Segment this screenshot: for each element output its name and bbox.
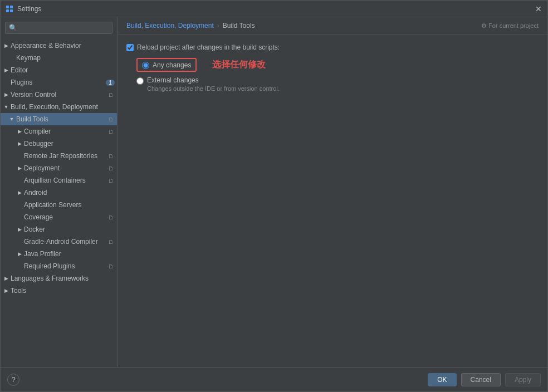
arrow-icon bbox=[3, 42, 9, 49]
page-icon: 🗋 bbox=[107, 152, 115, 160]
plugins-badge: 1 bbox=[106, 80, 115, 86]
settings-content: Reload project after changes in the buil… bbox=[118, 35, 547, 367]
sidebar-item-label: Android bbox=[24, 189, 115, 197]
sidebar-item-coverage[interactable]: Coverage 🗋 bbox=[1, 211, 117, 223]
sidebar-item-label: Arquillian Containers bbox=[24, 177, 105, 184]
content-area: 🔍 Appearance & Behavior Keymap Editor bbox=[1, 17, 547, 367]
main-panel: Build, Execution, Deployment › Build Too… bbox=[118, 17, 547, 367]
close-button[interactable]: ✕ bbox=[534, 4, 543, 13]
arrow-icon bbox=[3, 91, 9, 98]
sidebar-item-docker[interactable]: Docker bbox=[1, 223, 117, 236]
radio-external-sublabel: Changes outside the IDE or from version … bbox=[147, 85, 280, 92]
settings-window: Settings ✕ 🔍 Appearance & Behavior Keyma… bbox=[0, 0, 548, 392]
page-icon: 🗋 bbox=[107, 177, 115, 184]
sidebar-item-label: Debugger bbox=[24, 140, 115, 148]
sidebar-item-label: Appearance & Behavior bbox=[11, 42, 115, 50]
sidebar-item-build-exec[interactable]: Build, Execution, Deployment bbox=[1, 101, 117, 113]
sidebar-item-compiler[interactable]: Compiler 🗋 bbox=[1, 125, 117, 138]
sidebar-item-label: Gradle-Android Compiler bbox=[24, 238, 105, 246]
search-icon: 🔍 bbox=[9, 24, 17, 32]
sidebar-item-tools[interactable]: Tools bbox=[1, 285, 117, 297]
sidebar-item-plugins[interactable]: Plugins 1 bbox=[1, 76, 117, 89]
bottom-bar: ? OK Cancel Apply bbox=[1, 367, 547, 391]
radio-any-changes[interactable] bbox=[142, 62, 149, 69]
sidebar-item-label: Editor bbox=[11, 66, 115, 74]
sidebar-item-arquillian[interactable]: Arquillian Containers 🗋 bbox=[1, 174, 117, 187]
any-changes-highlight-box: Any changes bbox=[136, 58, 197, 72]
sidebar-item-languages[interactable]: Languages & Frameworks bbox=[1, 272, 117, 285]
sidebar-item-label: Coverage bbox=[24, 213, 105, 221]
svg-rect-0 bbox=[6, 6, 9, 8]
sidebar-item-label: Docker bbox=[24, 226, 115, 233]
sidebar-item-app-servers[interactable]: Application Servers bbox=[1, 199, 117, 211]
button-group: OK Cancel Apply bbox=[428, 373, 541, 386]
search-input[interactable] bbox=[19, 24, 109, 32]
apply-button[interactable]: Apply bbox=[505, 373, 541, 386]
annotation-text: 选择任何修改 bbox=[212, 59, 266, 71]
arrow-icon bbox=[16, 128, 23, 135]
for-current-project[interactable]: ⚙ For current project bbox=[481, 22, 539, 30]
svg-rect-1 bbox=[10, 6, 13, 8]
sidebar-item-label: Tools bbox=[11, 287, 115, 295]
page-icon: 🗋 bbox=[107, 213, 115, 221]
cancel-button[interactable]: Cancel bbox=[461, 373, 501, 386]
page-icon: 🗋 bbox=[107, 164, 115, 172]
sidebar-item-keymap[interactable]: Keymap bbox=[1, 52, 117, 64]
sidebar: 🔍 Appearance & Behavior Keymap Editor bbox=[1, 17, 118, 367]
svg-rect-2 bbox=[6, 9, 9, 12]
sidebar-item-java-profiler[interactable]: Java Profiler bbox=[1, 248, 117, 260]
radio-external-label-group: External changes Changes outside the IDE… bbox=[147, 76, 280, 92]
arrow-icon bbox=[8, 116, 15, 122]
arrow-icon bbox=[16, 226, 23, 233]
search-box[interactable]: 🔍 bbox=[5, 22, 112, 34]
breadcrumb-path2: Build Tools bbox=[223, 22, 255, 30]
sidebar-item-remote-jar[interactable]: Remote Jar Repositories 🗋 bbox=[1, 150, 117, 162]
radio-external-changes-option: External changes Changes outside the IDE… bbox=[136, 76, 539, 92]
sidebar-item-appearance[interactable]: Appearance & Behavior bbox=[1, 40, 117, 52]
radio-external-changes[interactable] bbox=[136, 77, 144, 85]
help-button[interactable]: ? bbox=[7, 374, 19, 386]
sidebar-item-label: Build, Execution, Deployment bbox=[11, 103, 115, 111]
page-icon: 🗋 bbox=[107, 262, 115, 270]
breadcrumb-path1[interactable]: Build, Execution, Deployment bbox=[126, 22, 214, 30]
sidebar-tree: Appearance & Behavior Keymap Editor Plug… bbox=[1, 38, 117, 367]
window-title: Settings bbox=[17, 5, 534, 13]
radio-group: Any changes 选择任何修改 External changes Chan… bbox=[136, 58, 539, 92]
reload-checkbox[interactable] bbox=[126, 44, 134, 51]
radio-external-changes-label: External changes bbox=[147, 76, 280, 84]
arrow-icon bbox=[16, 251, 23, 257]
sidebar-item-label: Compiler bbox=[24, 128, 105, 135]
arrow-icon bbox=[16, 165, 23, 171]
arrow-icon bbox=[16, 189, 23, 196]
sidebar-item-label: Deployment bbox=[24, 164, 105, 172]
window-icon bbox=[5, 4, 14, 13]
sidebar-item-debugger[interactable]: Debugger bbox=[1, 138, 117, 150]
sidebar-item-build-tools[interactable]: Build Tools 🗋 bbox=[1, 113, 117, 125]
sidebar-item-label: Required Plugins bbox=[24, 262, 105, 270]
sidebar-item-label: Keymap bbox=[16, 54, 115, 62]
reload-checkbox-row: Reload project after changes in the buil… bbox=[126, 43, 539, 51]
arrow-icon bbox=[3, 287, 9, 294]
breadcrumb-separator: › bbox=[217, 22, 219, 30]
sidebar-item-required-plugins[interactable]: Required Plugins 🗋 bbox=[1, 260, 117, 272]
page-icon: 🗋 bbox=[107, 115, 115, 123]
arrow-icon bbox=[3, 275, 9, 282]
breadcrumb-bar: Build, Execution, Deployment › Build Too… bbox=[118, 17, 547, 35]
sidebar-item-label: Build Tools bbox=[16, 115, 105, 123]
title-bar: Settings ✕ bbox=[1, 1, 547, 17]
arrow-icon bbox=[3, 67, 9, 74]
svg-rect-3 bbox=[10, 9, 13, 12]
sidebar-item-gradle-android[interactable]: Gradle-Android Compiler 🗋 bbox=[1, 236, 117, 248]
sidebar-item-label: Java Profiler bbox=[24, 250, 115, 258]
radio-any-changes-label: Any changes bbox=[153, 61, 191, 69]
sidebar-item-version-control[interactable]: Version Control 🗋 bbox=[1, 89, 117, 101]
sidebar-item-label: Languages & Frameworks bbox=[11, 275, 115, 282]
sidebar-item-android[interactable]: Android bbox=[1, 187, 117, 199]
sidebar-item-label: Application Servers bbox=[24, 201, 115, 209]
sidebar-item-deployment[interactable]: Deployment 🗋 bbox=[1, 162, 117, 174]
sidebar-item-label: Plugins bbox=[11, 79, 106, 86]
ok-button[interactable]: OK bbox=[428, 373, 456, 386]
arrow-icon bbox=[16, 140, 23, 147]
arrow-icon bbox=[3, 104, 9, 110]
sidebar-item-editor[interactable]: Editor bbox=[1, 64, 117, 76]
